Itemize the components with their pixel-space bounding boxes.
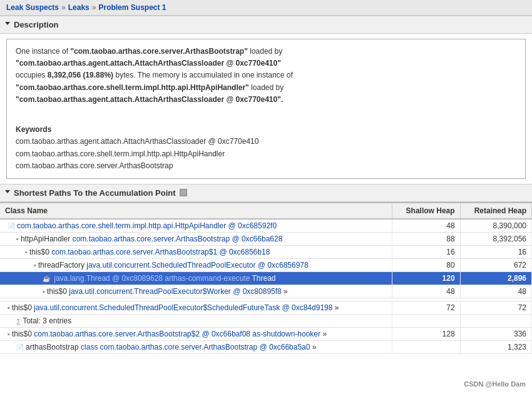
field-icon: ▪ (8, 330, 10, 338)
file-icon: 📄 (16, 344, 24, 351)
cell-retained: 8,392,056 (460, 232, 531, 245)
desc-line4-bold: "com.taobao.arthas.core.shell.term.impl.… (16, 83, 249, 92)
table-body: 📄com.taobao.arthas.core.shell.term.impl.… (0, 219, 532, 354)
cell-indent: ☕ java.lang.Thread @ 0xc8089628 arthas-c… (5, 274, 276, 283)
breadcrumb-leak-suspects[interactable]: Leak Suspects (6, 3, 59, 12)
table-row: 📄arthasBootstrap class com.taobao.arthas… (0, 340, 532, 353)
row-prefix: Total: 3 entries (23, 316, 71, 325)
desc-line1-post: loaded by (250, 47, 282, 56)
row-suffix: » (320, 330, 327, 338)
keyword-item: com.taobao.arthas.core.server.ArthasBoot… (16, 160, 516, 172)
row-prefix: threadFactory (38, 261, 86, 270)
row-suffix: » (282, 287, 288, 296)
cell-indent: ▪this$0 java.util.concurrent.ThreadPoolE… (5, 287, 288, 296)
table-row: ∑Total: 3 entries (0, 314, 532, 327)
desc-line1-bold: "com.taobao.arthas.core.server.ArthasBoo… (70, 47, 247, 56)
table-header: Class Name Shallow Heap Retained Heap (0, 203, 532, 219)
row-link[interactable]: class com.taobao.arthas.core.server.Arth… (81, 343, 310, 351)
row-prefix: this$0 (47, 287, 69, 296)
cell-shallow (392, 340, 460, 353)
cell-retained: 8,390,000 (460, 219, 531, 233)
cell-class-name: ▪this$0 java.util.concurrent.ThreadPoolE… (0, 285, 392, 298)
desc-line3-post: bytes. The memory is accumulated in one … (113, 71, 293, 79)
cell-indent: ▪this$0 com.taobao.arthas.core.server.Ar… (5, 330, 327, 338)
desc-line3-bold: 8,392,056 (19.88%) (48, 71, 113, 79)
description-section-header: Description (0, 16, 532, 34)
shortest-paths-section-header: Shortest Paths To the Accumulation Point (0, 184, 532, 202)
cell-indent: ▪this$0 com.taobao.arthas.core.server.Ar… (5, 248, 270, 256)
table-wrapper: Class Name Shallow Heap Retained Heap 📄c… (0, 202, 532, 354)
cell-class-name: ▪this$0 com.taobao.arthas.core.server.Ar… (0, 245, 392, 258)
cell-retained: 1,323 (460, 340, 531, 353)
table-row: 📄com.taobao.arthas.core.shell.term.impl.… (0, 219, 532, 233)
cell-indent: ▪threadFactory java.util.concurrent.Sche… (5, 261, 309, 270)
row-prefix: this$0 (12, 330, 34, 338)
row-link[interactable]: com.taobao.arthas.core.server.ArthasBoot… (73, 235, 283, 243)
table-row: ☕ java.lang.Thread @ 0xc8089628 arthas-c… (0, 271, 532, 285)
desc-line5-bold: "com.taobao.arthas.agent.attach.AttachAr… (16, 95, 283, 104)
description-collapse-icon[interactable] (5, 22, 10, 28)
cell-shallow: 72 (392, 301, 460, 314)
row-suffix: » (332, 303, 339, 312)
cell-indent: ▪httpApiHandler com.taobao.arthas.core.s… (5, 235, 282, 243)
cell-class-name: 📄arthasBootstrap class com.taobao.arthas… (0, 340, 392, 353)
field-icon: ▪ (34, 261, 36, 269)
cell-retained (460, 314, 531, 327)
cell-shallow (392, 314, 460, 327)
cell-indent: ▪this$0 java.util.concurrent.ScheduledTh… (5, 303, 339, 312)
cell-shallow: 88 (392, 232, 460, 245)
breadcrumb-current[interactable]: Problem Suspect 1 (98, 3, 166, 12)
cell-shallow: 80 (392, 258, 460, 271)
cell-shallow: 48 (392, 219, 460, 233)
cell-class-name: 📄com.taobao.arthas.core.shell.term.impl.… (0, 219, 392, 233)
table-row: ▪this$0 com.taobao.arthas.core.server.Ar… (0, 245, 532, 258)
breadcrumb-sep1: » (61, 3, 66, 12)
java-local-icon: ☕ (43, 275, 50, 282)
cell-class-name: ∑Total: 3 entries (0, 314, 392, 327)
file-icon: 📄 (8, 223, 15, 230)
description-section-label: Description (14, 20, 59, 29)
keywords-label: Keywords (16, 124, 516, 136)
field-icon: ▪ (8, 304, 10, 311)
cell-class-name: ▪this$0 java.util.concurrent.ScheduledTh… (0, 301, 392, 314)
cell-shallow: 128 (392, 327, 460, 340)
field-icon: ▪ (16, 235, 19, 243)
cell-shallow: 120 (392, 271, 460, 285)
breadcrumb-leaks[interactable]: Leaks (68, 3, 90, 12)
table-row: ▪this$0 java.util.concurrent.ThreadPoolE… (0, 285, 532, 298)
description-box: One instance of "com.taobao.arthas.core.… (6, 39, 526, 179)
cell-class-name: ▪httpApiHandler com.taobao.arthas.core.s… (0, 232, 392, 245)
cell-retained: 16 (460, 245, 531, 258)
cell-class-name: ☕ java.lang.Thread @ 0xc8089628 arthas-c… (0, 271, 392, 285)
desc-line3-pre: occupies (16, 71, 48, 79)
cell-class-name: ▪threadFactory java.util.concurrent.Sche… (0, 258, 392, 271)
cell-retained: 336 (460, 327, 531, 340)
row-link[interactable]: java.util.concurrent.ScheduledThreadPool… (34, 303, 332, 312)
field-icon: ▪ (25, 248, 28, 256)
row-link[interactable]: java.util.concurrent.ThreadPoolExecutor$… (69, 287, 281, 296)
row-link[interactable]: com.taobao.arthas.core.server.ArthasBoot… (34, 330, 320, 338)
cell-shallow: 16 (392, 245, 460, 258)
row-link[interactable]: com.taobao.arthas.core.shell.term.impl.h… (17, 221, 277, 230)
table-row: ▪this$0 java.util.concurrent.ScheduledTh… (0, 301, 532, 314)
desc-line4-post: loaded by (249, 83, 284, 92)
shortest-paths-collapse-icon[interactable] (5, 190, 10, 196)
sigma-icon: ∑ (16, 318, 21, 325)
row-suffix: » (310, 343, 316, 351)
cell-retained: 48 (460, 285, 531, 298)
row-prefix: this$0 (29, 248, 51, 256)
breadcrumb-sep2: » (92, 3, 96, 12)
table-row: ▪httpApiHandler com.taobao.arthas.core.s… (0, 232, 532, 245)
cell-indent: 📄com.taobao.arthas.core.shell.term.impl.… (5, 221, 277, 230)
row-link[interactable]: java.util.concurrent.ScheduledThreadPool… (86, 261, 308, 270)
row-link[interactable]: com.taobao.arthas.core.server.ArthasBoot… (51, 248, 270, 256)
cell-indent: ∑Total: 3 entries (5, 316, 71, 325)
row-prefix: httpApiHandler (21, 235, 73, 243)
cell-class-name: ▪this$0 com.taobao.arthas.core.server.Ar… (0, 327, 392, 340)
cell-retained: 672 (460, 258, 531, 271)
cell-retained: 72 (460, 301, 531, 314)
row-link[interactable]: java.lang.Thread @ 0xc8089628 arthas-com… (54, 274, 250, 283)
keyword-item: com.taobao.arthas.core.shell.term.impl.h… (16, 148, 516, 160)
col-retained-heap: Retained Heap (460, 203, 531, 219)
cell-indent: 📄arthasBootstrap class com.taobao.arthas… (5, 343, 316, 351)
